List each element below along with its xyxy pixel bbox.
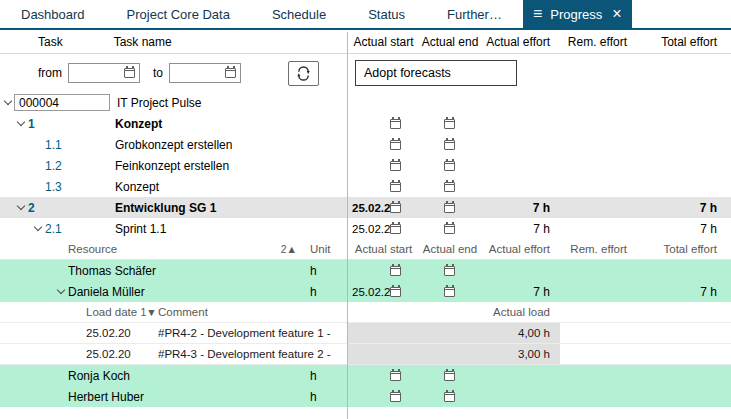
load-comment: #PR4-2 - Development feature 1 - bbox=[158, 327, 347, 339]
chevron-down-icon[interactable] bbox=[54, 290, 68, 293]
column-actual-end: Actual end bbox=[420, 30, 480, 53]
chevron-down-icon[interactable] bbox=[2, 101, 14, 104]
task-row[interactable]: 1.1 Grobkonzept erstellen bbox=[0, 134, 731, 155]
resource-header-row: Resource 2▲ Unit Actual start Actual end… bbox=[0, 239, 731, 260]
resource-unit: h bbox=[307, 285, 347, 299]
actual-effort-value: 7 h bbox=[480, 197, 560, 218]
calendar-icon[interactable] bbox=[390, 392, 401, 402]
resource-row[interactable]: Herbert Huber h bbox=[0, 386, 731, 407]
calendar-icon[interactable] bbox=[225, 68, 236, 78]
calendar-icon[interactable] bbox=[444, 182, 455, 192]
calendar-icon[interactable] bbox=[444, 224, 455, 234]
project-root-row[interactable]: 000004 IT Project Pulse bbox=[0, 92, 731, 113]
refresh-button[interactable] bbox=[288, 61, 319, 86]
task-row[interactable]: 2 Entwicklung SG 1 25.02.20 7 h 7 h bbox=[0, 197, 731, 218]
actual-start-value: 25.02.20 bbox=[352, 223, 390, 235]
resource-row[interactable]: Thomas Schäfer h bbox=[0, 260, 731, 281]
project-id-input[interactable]: 000004 bbox=[14, 94, 110, 111]
actual-load-value: 4,00 h bbox=[347, 323, 560, 343]
chevron-down-icon[interactable] bbox=[14, 206, 28, 209]
tab-dashboard[interactable]: Dashboard bbox=[0, 0, 106, 28]
column-task: Task bbox=[38, 35, 63, 49]
calendar-icon[interactable] bbox=[124, 68, 135, 78]
filter-row: from to Adopt forecasts bbox=[0, 54, 731, 92]
from-date-input[interactable] bbox=[68, 63, 140, 83]
calendar-icon[interactable] bbox=[390, 161, 401, 171]
tab-status[interactable]: Status bbox=[347, 0, 426, 28]
column-actual-load: Actual load bbox=[347, 302, 560, 322]
refresh-icon bbox=[296, 66, 311, 81]
menu-icon[interactable]: ≡ bbox=[533, 6, 542, 22]
resource-name: Thomas Schäfer bbox=[68, 264, 307, 278]
column-comment[interactable]: Comment bbox=[158, 306, 347, 318]
load-comment: #PR4-3 - Development feature 2 - bbox=[158, 348, 347, 360]
task-name: Sprint 1.1 bbox=[115, 222, 166, 236]
task-row[interactable]: 1 Konzept bbox=[0, 113, 731, 134]
to-label: to bbox=[153, 66, 163, 80]
sort-indicator[interactable]: 2▲ bbox=[281, 243, 297, 255]
tab-schedule[interactable]: Schedule bbox=[251, 0, 347, 28]
task-id[interactable]: 1.2 bbox=[45, 159, 115, 173]
actual-start-value: 25.02.20 bbox=[352, 286, 390, 298]
task-name: Feinkonzept erstellen bbox=[115, 159, 229, 173]
column-total-effort: Total effort bbox=[635, 239, 731, 259]
calendar-icon[interactable] bbox=[390, 140, 401, 150]
calendar-icon[interactable] bbox=[444, 371, 455, 381]
tab-progress[interactable]: ≡ Progress × bbox=[523, 0, 632, 28]
calendar-icon[interactable] bbox=[390, 182, 401, 192]
calendar-icon[interactable] bbox=[444, 119, 455, 129]
calendar-icon[interactable] bbox=[390, 371, 401, 381]
task-row[interactable]: 2.1 Sprint 1.1 25.02.20 7 h 7 h bbox=[0, 218, 731, 239]
column-rem-effort: Rem. effort bbox=[560, 30, 635, 53]
actual-effort-value: 7 h bbox=[480, 281, 560, 302]
column-unit[interactable]: Unit bbox=[307, 243, 347, 255]
resource-row[interactable]: Daniela Müller h 25.02.20 7 h 7 h bbox=[0, 281, 731, 302]
task-row[interactable]: 1.3 Konzept bbox=[0, 176, 731, 197]
load-date: 25.02.20 bbox=[86, 327, 158, 339]
calendar-icon[interactable] bbox=[390, 203, 401, 213]
calendar-icon[interactable] bbox=[444, 287, 455, 297]
load-row[interactable]: 25.02.20 #PR4-2 - Development feature 1 … bbox=[0, 323, 731, 344]
tab-further[interactable]: Further… bbox=[426, 0, 523, 28]
task-id[interactable]: 1.1 bbox=[45, 138, 115, 152]
chevron-down-icon[interactable] bbox=[31, 227, 45, 230]
column-rem-effort: Rem. effort bbox=[560, 239, 635, 259]
calendar-icon[interactable] bbox=[444, 392, 455, 402]
total-effort-value: 7 h bbox=[635, 218, 731, 239]
task-id[interactable]: 2.1 bbox=[45, 222, 115, 236]
column-task-name: Task name bbox=[114, 35, 172, 49]
column-load-date[interactable]: Load date 1▼ bbox=[86, 306, 158, 318]
column-actual-start: Actual start bbox=[347, 239, 420, 259]
sort-indicator[interactable]: 1▼ bbox=[140, 306, 156, 318]
column-header-row: Task Task name Actual start Actual end A… bbox=[0, 30, 731, 54]
resource-row[interactable]: Ronja Koch h bbox=[0, 365, 731, 386]
calendar-icon[interactable] bbox=[390, 287, 401, 297]
tab-project-core-data[interactable]: Project Core Data bbox=[106, 0, 251, 28]
calendar-icon[interactable] bbox=[444, 266, 455, 276]
chevron-down-icon[interactable] bbox=[14, 122, 28, 125]
calendar-icon[interactable] bbox=[390, 224, 401, 234]
task-id[interactable]: 2 bbox=[28, 201, 115, 215]
tab-bar: Dashboard Project Core Data Schedule Sta… bbox=[0, 0, 731, 30]
total-effort-value: 7 h bbox=[635, 197, 731, 218]
calendar-icon[interactable] bbox=[444, 203, 455, 213]
task-row[interactable]: 1.2 Feinkonzept erstellen bbox=[0, 155, 731, 176]
to-date-input[interactable] bbox=[169, 63, 241, 83]
calendar-icon[interactable] bbox=[444, 140, 455, 150]
column-actual-effort: Actual effort bbox=[480, 239, 560, 259]
tab-progress-label: Progress bbox=[550, 7, 602, 22]
calendar-icon[interactable] bbox=[390, 119, 401, 129]
calendar-icon[interactable] bbox=[444, 161, 455, 171]
task-id[interactable]: 1.3 bbox=[45, 180, 115, 194]
close-icon[interactable]: × bbox=[612, 6, 621, 22]
resource-name: Daniela Müller bbox=[68, 285, 307, 299]
task-id[interactable]: 1 bbox=[28, 117, 115, 131]
adopt-forecasts-button[interactable]: Adopt forecasts bbox=[355, 60, 517, 86]
task-name: Konzept bbox=[115, 180, 159, 194]
calendar-icon[interactable] bbox=[390, 266, 401, 276]
load-row[interactable]: 25.02.20 #PR4-3 - Development feature 2 … bbox=[0, 344, 731, 365]
actual-effort-value: 7 h bbox=[480, 218, 560, 239]
actual-start-value: 25.02.20 bbox=[352, 202, 390, 214]
column-resource[interactable]: Resource bbox=[68, 243, 117, 255]
resource-unit: h bbox=[307, 264, 347, 278]
